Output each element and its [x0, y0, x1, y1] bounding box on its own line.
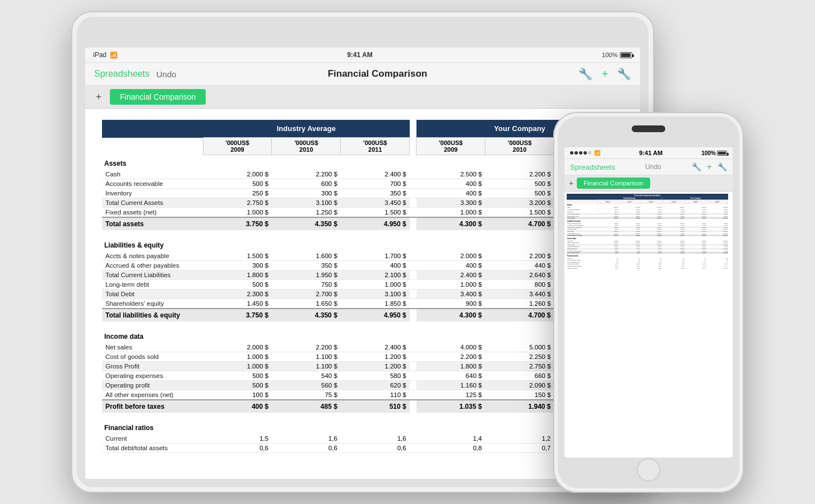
battery-icon [620, 52, 632, 58]
table-row: Cost of goods sold1.000 $1.100 $1.200 $2… [102, 352, 623, 362]
iphone-spreadsheets-button[interactable]: Spreadsheets [570, 163, 615, 171]
ia-col3: '000US$2011 [341, 138, 410, 155]
table-row: Inventory250 $300 $350 $400 $500 $580 $ [102, 189, 623, 198]
iphone-tab-bar: + Financial Comparison [564, 175, 733, 192]
industry-avg-header: Industry Average [203, 120, 410, 138]
iphone-spreadsheet-preview: Financial Comparison Analysis Industry A… [564, 192, 733, 457]
scene: iPad 📶 9:41 AM 100% Spreadsheets Undo [71, 11, 744, 493]
table-row: Total Current Liabilities1.800 $1.950 $2… [102, 270, 623, 280]
document-title: Financial Comparison [328, 68, 428, 80]
table-row: Total Current Assets2.750 $3.100 $3.450 … [102, 198, 623, 208]
table-row: Operating profit500 $560 $620 $1.160 $2.… [102, 381, 623, 390]
table-row: Current1,51,61,61,41,21,6 [102, 434, 623, 444]
iphone-undo-button[interactable]: Undo [645, 163, 661, 171]
iphone-nav-bar: Spreadsheets Undo 🔧 + 🔧 [564, 159, 733, 175]
signal-dots: 📶 [570, 150, 600, 156]
iphone-add-tab-button[interactable]: + [569, 179, 573, 188]
iphone-status-bar: 📶 9:41 AM 100% [564, 147, 733, 159]
iphone-add-icon[interactable]: + [707, 162, 712, 172]
ipad-time: 9:41 AM [347, 51, 373, 59]
ratios-section: Financial ratios [102, 419, 623, 434]
wifi-label: 📶 [594, 150, 600, 156]
ipad-status-bar: iPad 📶 9:41 AM 100% [85, 48, 640, 63]
iphone-camera [632, 125, 665, 132]
battery-label: 100% [602, 52, 618, 58]
iphone-active-tab[interactable]: Financial Comparison [577, 178, 650, 189]
table-row: Shareholders' equity1.450 $1.650 $1.850 … [102, 299, 623, 309]
iphone-home-button[interactable] [637, 458, 660, 482]
table-row: Accts & notes payable1.500 $1.600 $1.700… [102, 251, 623, 261]
table-row: Fixed assets (net)1.000 $1.250 $1.500 $1… [102, 208, 623, 218]
yc-col2: '000US$2010 [485, 138, 554, 155]
table-row: Total debt/total assets0,60,60,60,80,70,… [102, 444, 623, 453]
iphone-preview-table: Financial Comparison Analysis Industry A… [567, 194, 728, 269]
total-assets-row: Total assets3.750 $4.350 $4.950 $4.300 $… [102, 217, 623, 230]
iphone-time: 9:41 AM [639, 150, 663, 156]
table-row: Accrued & other payables300 $350 $400 $4… [102, 261, 623, 270]
ipad-nav-bar: Spreadsheets Undo Financial Comparison 🔧… [85, 63, 640, 86]
iphone-battery-label: 100% [701, 150, 716, 156]
profit-before-taxes-row: Profit before taxes400 $485 $510 $1.035 … [102, 400, 623, 413]
income-section: Income data [102, 328, 623, 343]
table-row: Gross Profit1.000 $1.100 $1.200 $1.800 $… [102, 362, 623, 371]
table-row: Net sales2.000 $2.200 $2.400 $4.000 $5.0… [102, 343, 623, 352]
table-row: Cash2.000 $2.200 $2.400 $2.500 $2.200 $2… [102, 170, 623, 179]
undo-button[interactable]: Undo [156, 69, 177, 79]
table-row: Accounts receivable500 $600 $700 $400 $5… [102, 179, 623, 189]
iphone-battery-icon [717, 151, 727, 156]
table-row: All other expenses (net)100 $75 $110 $12… [102, 390, 623, 400]
ia-col1: '000US$2009 [203, 138, 272, 155]
iphone-settings-icon[interactable]: 🔧 [717, 162, 727, 171]
ia-col2: '000US$2010 [272, 138, 341, 155]
liabilities-section: Liabilities & equity [102, 237, 623, 251]
add-icon[interactable]: + [601, 68, 608, 81]
ipad-device-label: iPad [93, 51, 106, 59]
active-tab[interactable]: Financial Comparison [110, 89, 206, 105]
iphone-wrench-icon[interactable]: 🔧 [692, 162, 701, 171]
total-liabilities-row: Total liabilities & equity3.750 $4.350 $… [102, 309, 623, 321]
table-row: Total Debt2.300 $2.700 $3.100 $3.400 $3.… [102, 290, 623, 299]
yc-col1: '000US$2009 [416, 138, 485, 155]
iphone-device: 📶 9:41 AM 100% Spreadsheets Undo 🔧 + [553, 112, 744, 493]
ipad-tab-bar: + Financial Comparison [85, 86, 640, 109]
assets-section: Assets [102, 155, 623, 170]
iphone-screen: 📶 9:41 AM 100% Spreadsheets Undo 🔧 + [564, 147, 733, 458]
table-row: Operating expenses500 $540 $580 $640 $66… [102, 371, 623, 381]
spreadsheet-table: Industry Average Your Company '000US$200… [102, 120, 623, 453]
wrench-icon[interactable]: 🔧 [578, 67, 592, 81]
settings-icon[interactable]: 🔧 [617, 67, 631, 81]
spreadsheets-button[interactable]: Spreadsheets [94, 69, 150, 79]
table-row: Long-term debt500 $750 $1.000 $1.000 $80… [102, 280, 623, 290]
wifi-icon: 📶 [110, 52, 118, 59]
add-tab-button[interactable]: + [92, 90, 105, 104]
